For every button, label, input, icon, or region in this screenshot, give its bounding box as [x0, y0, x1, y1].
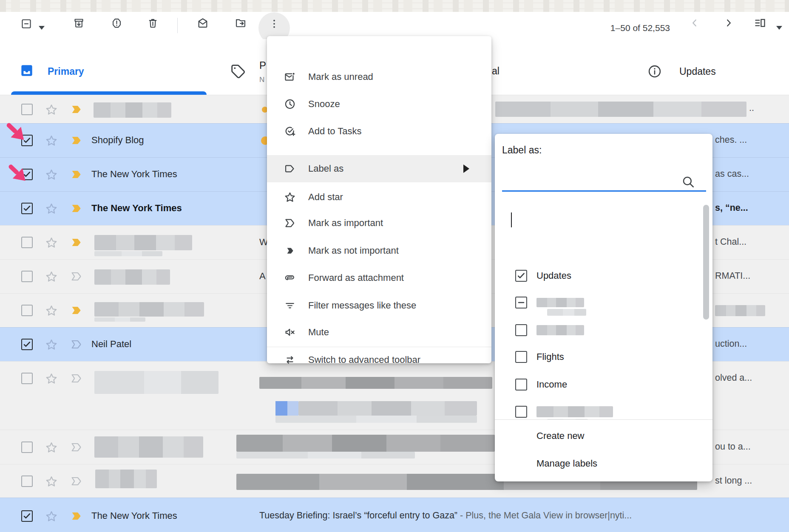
tab-promotions-label-fragment: P	[259, 59, 266, 71]
popup-scrollbar-thumb[interactable]	[703, 205, 709, 320]
annotation-arrow-1	[3, 119, 28, 144]
mark-as-read-button[interactable]	[194, 14, 211, 31]
indeterminate-checkbox[interactable]	[515, 297, 527, 308]
star-icon[interactable]	[45, 103, 58, 116]
menu-item-forward-as-attachment[interactable]: Forward as attachment	[267, 264, 491, 291]
unchecked-checkbox[interactable]	[515, 324, 527, 336]
star-icon[interactable]	[45, 441, 58, 454]
star-icon[interactable]	[45, 475, 58, 488]
manage-labels-button[interactable]: Manage labels	[495, 450, 712, 477]
row-checkbox[interactable]	[21, 373, 33, 384]
star-icon[interactable]	[45, 510, 58, 523]
importance-marker-icon[interactable]	[71, 170, 83, 180]
archive-button[interactable]	[70, 14, 87, 31]
newer-page-button[interactable]	[686, 14, 703, 31]
menu-item-mark-as-unread[interactable]: Mark as unread	[267, 63, 491, 91]
label-option-redacted-1[interactable]	[495, 289, 699, 316]
email-snippet: - Plus, the Met Gala View in browser|nyt…	[457, 510, 632, 521]
importance-marker-icon[interactable]	[71, 136, 83, 146]
star-icon	[284, 191, 296, 203]
importance-marker-outline-icon[interactable]	[71, 476, 83, 487]
redacted-blur	[94, 235, 192, 250]
row-checkbox[interactable]	[21, 339, 33, 350]
menu-item-snooze[interactable]: Snooze	[267, 91, 491, 118]
row-checkbox[interactable]	[21, 237, 33, 248]
delete-button[interactable]	[144, 14, 161, 31]
tab-primary[interactable]: Primary	[3, 39, 208, 95]
inbox-primary-icon	[20, 64, 34, 77]
row-checkbox[interactable]	[21, 104, 33, 115]
row-checkbox[interactable]	[21, 441, 33, 453]
menu-item-mark-as-important[interactable]: Mark as important	[267, 209, 491, 237]
label-search-input[interactable]	[502, 171, 706, 190]
menu-item-mark-as-not-important[interactable]: Mark as not important	[267, 237, 491, 264]
row-checkbox[interactable]	[21, 203, 33, 214]
label-option-name: Income	[536, 379, 567, 390]
label-option-redacted-2[interactable]	[495, 317, 699, 344]
older-page-button[interactable]	[720, 14, 737, 31]
menu-item-filter-messages-like-these[interactable]: Filter messages like these	[267, 292, 491, 319]
chevron-left-icon	[689, 17, 700, 28]
label-option-flights[interactable]: Flights	[495, 343, 699, 371]
importance-marker-outline-icon[interactable]	[71, 340, 83, 350]
tab-social-label-fragment[interactable]: al	[492, 65, 500, 77]
menu-item-add-star[interactable]: Add star	[267, 184, 491, 211]
indeterminate-checkbox-icon	[21, 18, 32, 29]
move-to-button[interactable]	[232, 14, 249, 31]
label-option-redacted-5[interactable]	[495, 398, 699, 419]
redacted-blur	[715, 305, 765, 316]
unchecked-checkbox[interactable]	[515, 406, 527, 418]
row-checkbox[interactable]	[21, 475, 33, 487]
importance-marker-icon[interactable]	[71, 105, 83, 115]
redacted-blur	[94, 302, 204, 317]
tab-updates[interactable]: Updates	[638, 39, 748, 95]
redacted-blur	[94, 251, 162, 256]
star-icon[interactable]	[45, 236, 58, 249]
redacted-blur	[536, 298, 584, 307]
importance-marker-outline-icon[interactable]	[71, 272, 83, 282]
star-icon[interactable]	[45, 372, 58, 385]
unchecked-checkbox[interactable]	[515, 379, 527, 391]
menu-item-label-as[interactable]: Label as	[267, 155, 491, 182]
redacted-blur	[495, 102, 746, 117]
create-new-label-button[interactable]: Create new	[495, 423, 712, 449]
three-dots-icon	[269, 18, 280, 29]
importance-marker-outline-icon[interactable]	[71, 374, 83, 384]
select-all-checkbox[interactable]	[18, 15, 35, 32]
star-icon[interactable]	[45, 202, 58, 215]
star-icon[interactable]	[45, 304, 58, 317]
submenu-arrow-icon	[463, 164, 469, 173]
email-row-12[interactable]: The New York TimesTuesday Briefing: Isra…	[0, 498, 789, 532]
report-spam-button[interactable]	[108, 14, 125, 31]
star-icon[interactable]	[45, 168, 58, 181]
split-pane-toggle[interactable]	[752, 14, 769, 31]
unchecked-checkbox[interactable]	[515, 351, 527, 363]
importance-marker-outline-icon[interactable]	[71, 442, 83, 453]
email-snippet-fragment: as cas...	[715, 169, 749, 179]
row-checkbox[interactable]	[21, 510, 33, 522]
clock-icon	[284, 98, 296, 110]
importance-marker-icon[interactable]	[71, 204, 83, 214]
select-dropdown-arrow[interactable]	[39, 26, 45, 30]
email-snippet-fragment: ou to a...	[715, 441, 751, 452]
star-icon[interactable]	[45, 338, 58, 351]
menu-item-add-to-tasks[interactable]: Add to Tasks	[267, 118, 491, 145]
more-options-button[interactable]	[266, 15, 283, 32]
row-checkbox[interactable]	[21, 271, 33, 282]
menu-item-switch-to-advanced-toolbar[interactable]: Switch to advanced toolbar	[267, 346, 491, 374]
email-sender: Neil Patel	[91, 339, 131, 350]
split-pane-dropdown-arrow[interactable]	[776, 26, 782, 30]
menu-item-mute[interactable]: Mute	[267, 319, 491, 346]
star-icon[interactable]	[45, 134, 58, 147]
redacted-blur	[547, 309, 586, 316]
label-option-income[interactable]: Income	[495, 371, 699, 398]
email-sender: Shopify Blog	[91, 135, 144, 146]
importance-marker-icon[interactable]	[71, 511, 83, 521]
label-option-updates[interactable]: Updates	[495, 262, 699, 289]
star-icon[interactable]	[45, 270, 58, 283]
importance-marker-icon[interactable]	[71, 306, 83, 316]
row-checkbox[interactable]	[21, 305, 33, 316]
search-icon[interactable]	[681, 175, 695, 189]
checked-checkbox[interactable]	[515, 270, 527, 282]
importance-marker-icon[interactable]	[71, 238, 83, 248]
